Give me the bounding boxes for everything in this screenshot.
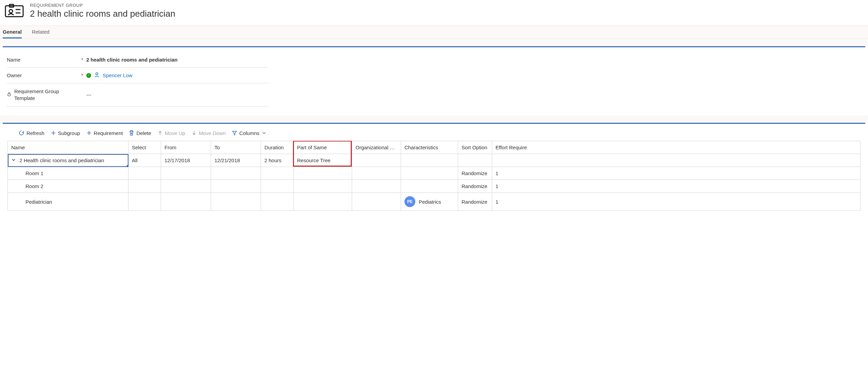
movedown-label: Move Down	[199, 130, 226, 136]
cell-from[interactable]: 12/17/2018	[161, 154, 211, 167]
svg-point-5	[96, 73, 98, 75]
cell-duration[interactable]	[261, 167, 294, 180]
owner-label: Owner	[7, 72, 22, 78]
cell-duration[interactable]	[261, 193, 294, 211]
cell-partofsame[interactable]	[294, 180, 352, 193]
entity-type-label: REQUIREMENT GROUP	[30, 3, 175, 8]
cell-duration[interactable]	[261, 180, 294, 193]
svg-rect-0	[5, 6, 23, 17]
chevron-down-icon	[262, 131, 266, 135]
template-value[interactable]: ---	[86, 92, 91, 98]
cell-name[interactable]: Room 2	[8, 180, 128, 193]
cell-orgunit[interactable]	[352, 167, 401, 180]
cell-duration[interactable]: 2 hours	[261, 154, 294, 167]
table-row[interactable]: 2 Health clinic rooms and pediatrician A…	[8, 154, 861, 167]
row-name-text: 2 Health clinic rooms and pediatrician	[19, 157, 104, 163]
col-header-duration[interactable]: Duration	[261, 141, 294, 154]
col-header-effort[interactable]: Effort Require	[492, 141, 861, 154]
cell-characteristics[interactable]	[401, 154, 458, 167]
form-row-owner: Owner * Spencer Low	[7, 68, 268, 83]
cell-to[interactable]: 12/21/2018	[211, 154, 261, 167]
cell-to[interactable]	[211, 180, 261, 193]
col-header-from[interactable]: From	[161, 141, 211, 154]
cell-characteristics[interactable]: PE Pediatrics	[401, 193, 458, 211]
refresh-button[interactable]: Refresh	[18, 130, 45, 136]
required-indicator: *	[78, 72, 86, 78]
requirement-label: Requirement	[94, 130, 123, 136]
table-row[interactable]: Room 1 Randomize 1	[8, 167, 861, 180]
filter-icon	[232, 130, 237, 136]
name-label: Name	[7, 57, 20, 63]
cell-orgunit[interactable]	[352, 180, 401, 193]
cell-from[interactable]	[161, 180, 211, 193]
name-value[interactable]: 2 health clinic rooms and pediatrician	[86, 57, 177, 63]
cell-name[interactable]: Pediatrician	[8, 193, 128, 211]
col-header-select[interactable]: Select	[128, 141, 161, 154]
cell-select[interactable]	[128, 180, 161, 193]
cell-sort[interactable]: Randomize	[458, 193, 492, 211]
plus-icon	[51, 130, 56, 136]
trash-icon	[129, 130, 134, 136]
cell-orgunit[interactable]	[352, 193, 401, 211]
col-header-characteristics[interactable]: Characteristics	[401, 141, 458, 154]
col-header-orgunit[interactable]: Organizational Unit	[352, 141, 401, 154]
cell-select[interactable]	[128, 167, 161, 180]
cell-select[interactable]	[128, 193, 161, 211]
cell-name[interactable]: 2 Health clinic rooms and pediatrician	[8, 154, 128, 167]
form-section: Name * 2 health clinic rooms and pediatr…	[3, 46, 865, 115]
cell-from[interactable]	[161, 193, 211, 211]
cell-sort[interactable]: Randomize	[458, 167, 492, 180]
cell-partofsame[interactable]	[294, 167, 352, 180]
table-row[interactable]: Room 2 Randomize 1	[8, 180, 861, 193]
col-header-sort[interactable]: Sort Option	[458, 141, 492, 154]
presence-available-icon	[86, 73, 91, 78]
chevron-down-icon[interactable]	[11, 157, 17, 163]
cell-effort[interactable]	[492, 154, 861, 167]
refresh-icon	[18, 130, 24, 136]
moveup-label: Move Up	[165, 130, 185, 136]
grid-wrap: Name Select From To Duration Part of Sam…	[7, 141, 861, 211]
record-header: REQUIREMENT GROUP 2 health clinic rooms …	[0, 0, 868, 25]
columns-label: Columns	[239, 130, 259, 136]
cell-from[interactable]	[161, 167, 211, 180]
cell-partofsame[interactable]	[294, 193, 352, 211]
cell-effort[interactable]: 1	[492, 193, 861, 211]
grid-header-row: Name Select From To Duration Part of Sam…	[8, 141, 861, 154]
cell-to[interactable]	[211, 193, 261, 211]
cell-characteristics[interactable]	[401, 167, 458, 180]
delete-button[interactable]: Delete	[129, 130, 151, 136]
svg-point-2	[9, 10, 13, 13]
cell-effort[interactable]: 1	[492, 180, 861, 193]
cell-partofsame[interactable]: Resource Tree	[294, 154, 352, 167]
move-down-button[interactable]: Move Down	[191, 130, 226, 136]
tab-related[interactable]: Related	[32, 26, 50, 38]
record-title: 2 health clinic rooms and pediatrician	[30, 9, 175, 19]
col-header-partofsame[interactable]: Part of Same	[294, 141, 352, 154]
cell-sort[interactable]	[458, 154, 492, 167]
grid-toolbar: Refresh Subgroup Requirement Delete Move…	[7, 128, 861, 141]
owner-lookup-value[interactable]: Spencer Low	[103, 72, 133, 78]
cell-to[interactable]	[211, 167, 261, 180]
add-requirement-button[interactable]: Requirement	[86, 130, 123, 136]
cell-name[interactable]: Room 1	[8, 167, 128, 180]
cell-sort[interactable]: Randomize	[458, 180, 492, 193]
cell-characteristics[interactable]	[401, 180, 458, 193]
cell-select[interactable]: All	[128, 154, 161, 167]
columns-button[interactable]: Columns	[232, 130, 266, 136]
move-up-button[interactable]: Move Up	[157, 130, 185, 136]
requirements-grid[interactable]: Name Select From To Duration Part of Sam…	[7, 141, 861, 211]
characteristic-text: Pediatrics	[419, 199, 441, 205]
tab-general[interactable]: General	[3, 26, 22, 38]
table-row[interactable]: Pediatrician PE Pediatrics Randomize 1	[8, 193, 861, 211]
tab-strip: General Related	[0, 25, 868, 39]
col-header-to[interactable]: To	[211, 141, 261, 154]
person-icon	[94, 72, 100, 79]
cell-effort[interactable]: 1	[492, 167, 861, 180]
arrow-down-icon	[191, 130, 197, 136]
subgroup-label: Subgroup	[58, 130, 80, 136]
cell-orgunit[interactable]	[352, 154, 401, 167]
svg-rect-6	[8, 94, 11, 96]
col-header-name[interactable]: Name	[8, 141, 128, 154]
grid-section: Refresh Subgroup Requirement Delete Move…	[3, 123, 865, 212]
add-subgroup-button[interactable]: Subgroup	[51, 130, 80, 136]
